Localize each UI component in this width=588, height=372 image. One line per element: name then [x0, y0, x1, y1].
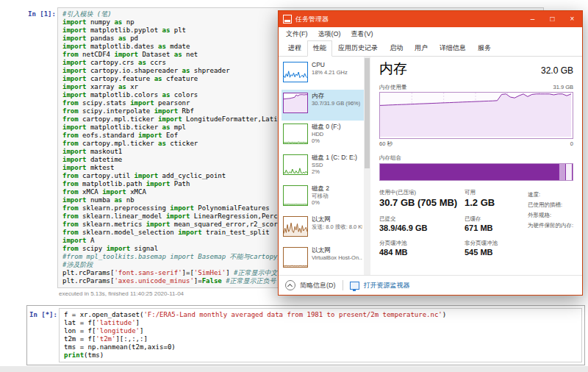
stat-value: 38.9/46.9 GB — [379, 223, 465, 233]
composition-label: 内存组合 — [379, 154, 573, 162]
sidebar-item-name: CPU — [312, 61, 348, 69]
graph-max-label: 31.9 GB — [553, 84, 573, 91]
stat-value: 30.7 GB (705 MB) — [379, 196, 465, 209]
memory-total: 32.0 GB — [541, 65, 573, 76]
sidebar-item-detail: 30.7/31.9 GB (96%) — [312, 100, 360, 107]
memory-stat: 分页缓冲池484 MB — [379, 240, 465, 257]
code-line: print(tms) — [64, 351, 577, 360]
composition-segment — [559, 164, 566, 180]
memory-stat: 非分页缓冲池545 MB — [465, 240, 523, 257]
memory-composition-bar — [379, 163, 573, 181]
stat-label: 可用 — [465, 189, 523, 196]
sidebar-item-detail: VirtualBox Host-On... — [312, 254, 362, 261]
resource-monitor-icon — [350, 282, 359, 290]
disk0-mini-graph — [283, 124, 308, 144]
performance-content: CPU18% 4.21 GHz内存30.7/31.9 GB (96%)磁盘 0 … — [279, 57, 582, 275]
sidebar-item-detail: 发送: 8.0 接收: 8.0 Kbps — [312, 223, 362, 230]
sidebar-item-name: 磁盘 0 (F:) — [312, 123, 341, 131]
stat-value: 545 MB — [465, 247, 523, 257]
window-title: 任务管理器 — [295, 15, 329, 24]
tab-服务[interactable]: 服务 — [472, 40, 497, 57]
sidebar-item-name: 内存 — [312, 92, 360, 100]
sidebar-item-name: 以太网 — [312, 246, 362, 254]
sidebar-item-disk1[interactable]: 磁盘 1 (C: D: E:)SSD2% — [282, 151, 364, 182]
code-line: t2m = f['t2m'][:,:,:] — [64, 335, 577, 343]
sidebar-item-disk0[interactable]: 磁盘 0 (F:)HDD0% — [282, 121, 364, 151]
panel-title: 内存 — [379, 60, 407, 79]
menu-item[interactable]: 查看(V) — [346, 29, 379, 39]
sidebar-item-detail: 2% — [312, 168, 357, 175]
sidebar-item-disk2[interactable]: 磁盘 2可移动0% — [282, 182, 364, 213]
memory-mini-graph — [283, 93, 308, 113]
hardware-label: 为硬件保留的内存: — [528, 221, 573, 231]
sidebar-item-detail: 可移动 — [312, 193, 329, 199]
tab-启动[interactable]: 启动 — [384, 40, 409, 57]
scrollbar-thumb[interactable] — [365, 58, 370, 168]
minimize-button[interactable]: – — [523, 11, 542, 27]
memory-stats: 使用中(已压缩)30.7 GB (705 MB)可用1.2 GB已提交38.9/… — [379, 189, 523, 257]
window-controls: – □ × — [523, 11, 582, 27]
tab-应用历史记录[interactable]: 应用历史记录 — [332, 40, 384, 57]
ethernet2-mini-graph — [283, 247, 308, 268]
hardware-label: 速度: — [528, 190, 573, 200]
sidebar-item-cpu[interactable]: CPU18% 4.21 GHz — [282, 59, 364, 90]
tab-详细信息[interactable]: 详细信息 — [434, 40, 472, 57]
sidebar-item-name: 磁盘 1 (C: D: E:) — [312, 154, 357, 162]
maximize-button[interactable]: □ — [542, 11, 562, 27]
sidebar-item-ethernet2[interactable]: 以太网VirtualBox Host-On... — [282, 244, 364, 275]
stat-label: 已提交 — [379, 215, 465, 223]
titlebar[interactable]: 任务管理器 – □ × — [279, 11, 582, 27]
stat-value: 1.2 GB — [465, 196, 523, 209]
memory-panel: 内存 32.0 GB 内存使用量 31.9 GB 60 秒 0 内存组合 使用中… — [370, 57, 582, 275]
hardware-info: 速度:已使用的插槽:外形规格:为硬件保留的内存: — [528, 189, 573, 257]
sidebar-item-detail: 18% 4.21 GHz — [312, 69, 348, 76]
collapse-icon — [285, 280, 295, 290]
menu-item[interactable]: 选项(O) — [313, 29, 346, 39]
code-line: lon = f['longitude'] — [64, 327, 577, 335]
tab-用户[interactable]: 用户 — [409, 40, 434, 57]
tab-进程[interactable]: 进程 — [282, 40, 307, 57]
memory-stat: 使用中(已压缩)30.7 GB (705 MB) — [379, 189, 465, 209]
disk1-mini-graph — [283, 154, 308, 175]
open-resource-monitor-link[interactable]: 打开资源监视器 — [364, 281, 410, 290]
close-button[interactable]: × — [562, 11, 582, 27]
code-line: lat = f['latitude'] — [64, 319, 577, 327]
hardware-label: 已使用的插槽: — [528, 200, 573, 210]
cell2-prompt: In [*]: — [29, 308, 59, 362]
sidebar-item-detail: 0% — [312, 199, 329, 206]
sidebar-item-name: 磁盘 2 — [312, 185, 329, 193]
page-bottom-gutter — [0, 366, 588, 372]
disk2-mini-graph — [283, 185, 308, 206]
memory-stat: 已提交38.9/46.9 GB — [379, 215, 465, 233]
memory-stat: 可用1.2 GB — [465, 189, 523, 209]
code-cell-2[interactable]: In [*]: f = xr.open_dataset('F:/ERA5-Lan… — [26, 305, 585, 365]
sidebar-item-detail: SSD — [312, 162, 357, 168]
stat-value: 484 MB — [379, 247, 465, 257]
cell1-prompt: In [1]: — [28, 7, 57, 18]
sidebar-item-detail: 0% — [312, 137, 341, 144]
performance-sidebar: CPU18% 4.21 GHz内存30.7/31.9 GB (96%)磁盘 0 … — [279, 57, 364, 275]
sidebar-scrollbar[interactable] — [364, 57, 370, 275]
cell2-input[interactable]: f = xr.open_dataset('F:/ERA5-Land monthl… — [59, 308, 582, 362]
tab-bar: 进程性能应用历史记录启动用户详细信息服务 — [279, 40, 582, 57]
composition-segment — [380, 164, 559, 180]
stat-label: 已缓存 — [465, 215, 523, 223]
tab-性能[interactable]: 性能 — [307, 40, 332, 57]
code-line: tms = np.nanmean(t2m,axis=0) — [64, 343, 577, 351]
graph-label: 内存使用量 — [379, 84, 407, 91]
task-manager-window: 任务管理器 – □ × 文件(F)选项(O)查看(V) 进程性能应用历史记录启动… — [278, 10, 583, 296]
stat-value: 671 MB — [465, 223, 523, 233]
memory-usage-graph — [379, 92, 573, 139]
hardware-label: 外形规格: — [528, 210, 573, 221]
time-axis-label: 60 秒 — [379, 140, 392, 148]
stat-label: 分页缓冲池 — [379, 240, 465, 247]
sidebar-item-memory[interactable]: 内存30.7/31.9 GB (96%) — [282, 90, 364, 121]
cpu-mini-graph — [283, 62, 308, 82]
memory-stat: 已缓存671 MB — [465, 215, 523, 233]
zero-axis-label: 0 — [570, 140, 573, 148]
footer-divider — [343, 280, 343, 290]
sidebar-item-ethernet1[interactable]: 以太网发送: 8.0 接收: 8.0 Kbps — [282, 213, 364, 244]
fewer-details-toggle[interactable]: 简略信息(D) — [300, 281, 336, 290]
stat-label: 非分页缓冲池 — [465, 240, 523, 247]
menu-item[interactable]: 文件(F) — [281, 29, 313, 39]
